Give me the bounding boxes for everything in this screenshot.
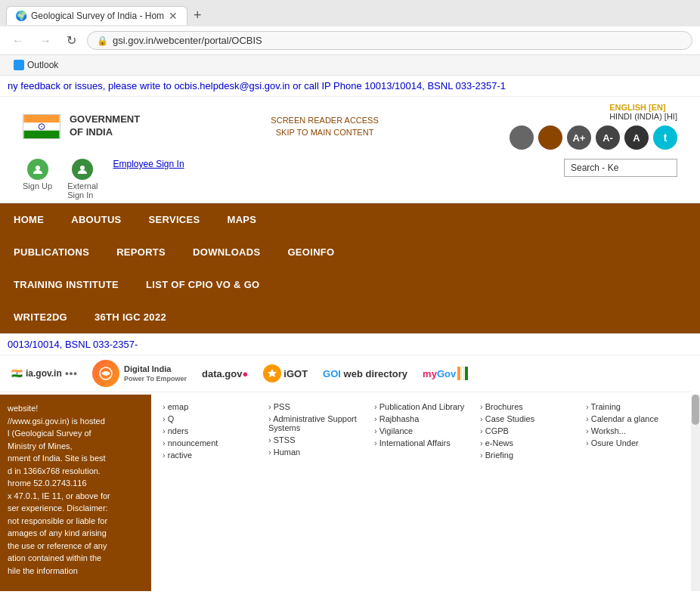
lang-hindi[interactable]: HINDI (INDIA) [HI] bbox=[609, 112, 677, 121]
sign-up-label: Sign Up bbox=[23, 181, 52, 190]
search-input[interactable] bbox=[564, 159, 677, 177]
igot-icon bbox=[263, 364, 281, 382]
digital-india-portal[interactable]: Digital IndiaPower To Empower bbox=[92, 360, 187, 387]
footer-link-rajbhasha[interactable]: Rajbhasha bbox=[374, 414, 477, 423]
footer-link-publication[interactable]: Publication And Library bbox=[374, 402, 477, 411]
portals-bar: 🇮🇳 ia.gov.in ●●● Digital IndiaPower To E… bbox=[0, 355, 691, 392]
site-header: GOVERNMENT OF INDIA SCREEN READER ACCESS… bbox=[0, 97, 700, 156]
sign-up-icon bbox=[27, 159, 48, 180]
svg-point-5 bbox=[36, 166, 40, 170]
accessibility-controls: A+ A- A t bbox=[510, 125, 677, 150]
outlook-icon bbox=[14, 60, 24, 70]
screen-reader-link[interactable]: SCREEN READER ACCESS bbox=[271, 116, 378, 125]
footer-link-cgpb[interactable]: CGPB bbox=[480, 426, 583, 435]
acc-increase-button[interactable]: A+ bbox=[567, 125, 591, 150]
footer-link-brochures[interactable]: Brochures bbox=[480, 402, 583, 411]
government-name: GOVERNMENT OF INDIA bbox=[70, 113, 140, 139]
nav-item-publications[interactable]: PUBLICATIONS bbox=[0, 236, 103, 268]
footer-link-q[interactable]: Q bbox=[163, 414, 265, 423]
acc-decrease-button[interactable]: A- bbox=[596, 125, 620, 150]
back-button[interactable]: ← bbox=[8, 33, 29, 49]
footer-link-calendar[interactable]: Calendar a glance bbox=[586, 414, 689, 423]
nav-item-services[interactable]: SERVICES bbox=[135, 203, 214, 236]
svg-point-4 bbox=[41, 125, 42, 127]
mygov-stripes-icon bbox=[457, 367, 468, 380]
footer-col-1: emap Q nders nnouncement ractive bbox=[163, 402, 265, 584]
lock-icon: 🔒 bbox=[97, 36, 108, 46]
sign-up-button[interactable]: Sign Up bbox=[23, 159, 52, 190]
india-gov-portal[interactable]: 🇮🇳 ia.gov.in ●●● bbox=[11, 368, 77, 379]
footer-link-announcement[interactable]: nnouncement bbox=[163, 438, 265, 448]
employee-signin-link[interactable]: Employee Sign In bbox=[113, 159, 184, 169]
footer-link-briefing[interactable]: Briefing bbox=[480, 451, 583, 460]
footer-link-human[interactable]: Human bbox=[268, 448, 371, 457]
svg-rect-2 bbox=[24, 130, 60, 138]
nav-row-1: HOME ABOUTUS SERVICES MAPS bbox=[0, 203, 700, 236]
external-signin-label: ExternalSign In bbox=[67, 181, 98, 200]
page-content: ny feedback or issues, please write to o… bbox=[0, 76, 700, 591]
search-bar[interactable] bbox=[564, 159, 677, 177]
announcement-bar-top: ny feedback or issues, please write to o… bbox=[0, 76, 700, 97]
igot-portal[interactable]: iGOT bbox=[263, 364, 308, 382]
scrollbar-track[interactable] bbox=[691, 395, 700, 591]
footer-link-admin[interactable]: Administrative Support Systems bbox=[268, 414, 371, 432]
forward-button[interactable]: → bbox=[35, 33, 56, 49]
refresh-button[interactable]: ↻ bbox=[62, 32, 81, 49]
goi-web-portal[interactable]: GOI web directory bbox=[323, 368, 407, 379]
scrollbar-thumb[interactable] bbox=[692, 395, 699, 425]
nav-item-aboutus[interactable]: ABOUTUS bbox=[57, 203, 135, 236]
nav-row-4: WRITE2DG 36TH IGC 2022 bbox=[0, 301, 700, 333]
disclaimer-panel: website! //www.gsi.gov.in) is hosted l (… bbox=[0, 395, 151, 591]
nav-item-downloads[interactable]: DOWNLOADS bbox=[179, 236, 274, 268]
india-gov-icon: 🇮🇳 bbox=[11, 368, 23, 379]
announcement-text-top: ny feedback or issues, please write to o… bbox=[8, 80, 506, 91]
footer-link-worksh[interactable]: Worksh... bbox=[586, 426, 689, 435]
mygov-portal[interactable]: my Gov bbox=[423, 367, 468, 380]
data-gov-portal[interactable]: data.gov● bbox=[202, 368, 248, 379]
footer-col-4: Brochures Case Studies CGPB e-News Brief… bbox=[480, 402, 583, 584]
nav-item-training[interactable]: TRAINING INSTITUTE bbox=[0, 268, 132, 301]
tab-close-icon[interactable]: ✕ bbox=[169, 10, 178, 22]
footer-col-2: PSS Administrative Support Systems STSS … bbox=[268, 402, 371, 584]
external-icon bbox=[72, 159, 93, 180]
footer-link-vigilance[interactable]: Vigilance bbox=[374, 426, 477, 435]
address-bar[interactable]: 🔒 gsi.gov.in/webcenter/portal/OCBIS bbox=[87, 31, 692, 50]
footer-links-area: emap Q nders nnouncement ractive PSS Adm… bbox=[151, 395, 700, 591]
bookmark-label: Outlook bbox=[27, 60, 58, 70]
new-tab-button[interactable]: + bbox=[187, 5, 208, 26]
footer-link-ractive[interactable]: ractive bbox=[163, 451, 265, 460]
nav-item-reports[interactable]: REPORTS bbox=[103, 236, 179, 268]
footer-link-nders[interactable]: nders bbox=[163, 426, 265, 435]
browser-nav-bar: ← → ↻ 🔒 gsi.gov.in/webcenter/portal/OCBI… bbox=[0, 26, 700, 55]
footer-link-case[interactable]: Case Studies bbox=[480, 414, 583, 423]
digital-india-icon bbox=[92, 360, 119, 387]
nav-item-cpio[interactable]: LIST OF CPIO VO & GO bbox=[132, 268, 273, 301]
nav-item-geoinfo[interactable]: GEOINFO bbox=[274, 236, 348, 268]
nav-item-igc[interactable]: 36TH IGC 2022 bbox=[81, 301, 180, 333]
nav-item-maps[interactable]: MAPS bbox=[214, 203, 271, 236]
acc-brown-circle[interactable] bbox=[538, 125, 562, 150]
nav-item-write2dg[interactable]: WRITE2DG bbox=[0, 301, 81, 333]
nav-row-3: TRAINING INSTITUTE LIST OF CPIO VO & GO bbox=[0, 268, 700, 301]
external-signin-button[interactable]: ExternalSign In bbox=[67, 159, 98, 200]
footer-link-stss[interactable]: STSS bbox=[268, 435, 371, 444]
footer-link-international[interactable]: International Affairs bbox=[374, 438, 477, 448]
acc-gray-circle[interactable] bbox=[510, 125, 534, 150]
footer-link-enews[interactable]: e-News bbox=[480, 438, 583, 448]
footer-link-emap[interactable]: emap bbox=[163, 402, 265, 411]
tab-title: Geological Survey of India - Hom bbox=[31, 11, 164, 21]
nav-row-2: PUBLICATIONS REPORTS DOWNLOADS GEOINFO bbox=[0, 236, 700, 268]
nav-item-home[interactable]: HOME bbox=[0, 203, 57, 236]
footer-link-closure[interactable]: Osure Under bbox=[586, 438, 689, 448]
nav-dropdown-overlay: HOME ABOUTUS SERVICES MAPS PUBLICATIONS … bbox=[0, 203, 700, 333]
skip-to-main-link[interactable]: SKIP TO MAIN CONTENT bbox=[276, 128, 374, 137]
acc-normal-button[interactable]: A bbox=[624, 125, 649, 150]
acc-twitter-button[interactable]: t bbox=[653, 125, 677, 150]
active-tab[interactable]: 🌍 Geological Survey of India - Hom ✕ bbox=[6, 6, 187, 25]
footer-link-pss[interactable]: PSS bbox=[268, 402, 371, 411]
nav-menu: HOME ABOUTUS SERVICES MAPS PUBLICATIONS … bbox=[0, 203, 700, 333]
footer-link-training[interactable]: Training bbox=[586, 402, 689, 411]
bookmark-outlook[interactable]: Outlook bbox=[8, 58, 64, 72]
tab-favicon-icon: 🌍 bbox=[16, 11, 26, 21]
lang-english[interactable]: ENGLISH [EN] bbox=[609, 103, 666, 112]
